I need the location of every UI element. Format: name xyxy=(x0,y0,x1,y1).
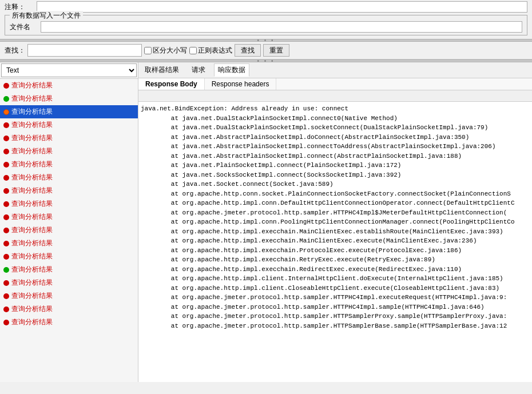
list-item[interactable]: 查询分析结果 xyxy=(0,171,138,184)
list-item[interactable]: 查询分析结果 xyxy=(0,132,138,145)
filename-input[interactable] xyxy=(41,21,522,33)
file-section-title: 所有数据写入一个文件 xyxy=(10,11,83,21)
case-checkbox-label[interactable]: 区分大小写 xyxy=(144,46,187,55)
list-item[interactable]: 查询分析结果 xyxy=(0,303,138,316)
list-item-label: 查询分析结果 xyxy=(11,146,53,156)
error-text: java.net.BindException: Address already … xyxy=(141,104,530,331)
right-panel: 取样器结果请求响应数据 Response BodyResponse header… xyxy=(138,62,532,382)
find-button[interactable]: 查找 xyxy=(235,44,261,57)
list-item[interactable]: 查询分析结果 xyxy=(0,289,138,303)
status-dot-icon xyxy=(3,254,9,260)
top-section: 注释： 所有数据写入一个文件 文件名 xyxy=(0,0,532,39)
list-item-label: 查询分析结果 xyxy=(11,212,53,222)
list-item-label: 查询分析结果 xyxy=(11,160,53,169)
list-item[interactable]: 查询分析结果 xyxy=(0,237,138,250)
list-item-label: 查询分析结果 xyxy=(11,317,53,327)
list-item-label: 查询分析结果 xyxy=(11,186,53,196)
left-panel: Text XML HTML JSON 查询分析结果查询分析结果查询分析结果查询分… xyxy=(0,62,138,382)
tab-item-0[interactable]: 取样器结果 xyxy=(141,63,183,77)
list-item[interactable]: 查询分析结果 xyxy=(0,197,138,210)
status-dot-icon xyxy=(3,293,9,299)
regex-label: 正则表达式 xyxy=(198,46,232,55)
status-dot-icon xyxy=(3,122,9,128)
list-item-label: 查询分析结果 xyxy=(11,107,53,117)
status-dot-icon xyxy=(3,83,9,89)
list-item-label: 查询分析结果 xyxy=(11,291,53,301)
list-item-label: 查询分析结果 xyxy=(11,238,53,248)
status-dot-icon xyxy=(3,162,9,168)
divider-dots1: • • • xyxy=(257,37,275,43)
status-dot-icon xyxy=(3,241,9,246)
list-item[interactable]: 查询分析结果 xyxy=(0,224,138,237)
list-item-label: 查询分析结果 xyxy=(11,304,53,314)
search-input[interactable] xyxy=(27,44,142,57)
status-dot-icon xyxy=(3,201,9,207)
note-row: 注释： xyxy=(5,1,527,13)
response-tabs: Response BodyResponse headers xyxy=(138,78,532,90)
tab-item-2[interactable]: 响应数据 xyxy=(214,63,249,77)
list-item[interactable]: 查询分析结果 xyxy=(0,105,138,118)
response-tab-1[interactable]: Response headers xyxy=(205,78,277,90)
left-dropdown[interactable]: Text XML HTML JSON xyxy=(0,62,138,79)
status-dot-icon xyxy=(3,320,9,325)
list-item-label: 查询分析结果 xyxy=(11,94,53,104)
note-input[interactable] xyxy=(37,1,527,13)
status-dot-icon xyxy=(3,136,9,141)
status-dot-icon xyxy=(3,267,9,273)
note-label: 注释： xyxy=(5,2,33,12)
case-checkbox[interactable] xyxy=(144,47,152,54)
response-tab-0[interactable]: Response Body xyxy=(138,78,205,90)
response-content[interactable]: java.net.BindException: Address already … xyxy=(138,102,532,382)
view-type-select[interactable]: Text XML HTML JSON xyxy=(1,63,137,77)
file-section: 所有数据写入一个文件 文件名 xyxy=(5,15,527,35)
list-item-label: 查询分析结果 xyxy=(11,278,53,288)
response-toolbar xyxy=(138,90,532,102)
status-dot-icon xyxy=(3,280,9,286)
status-dot-icon xyxy=(3,307,9,312)
list-item[interactable]: 查询分析结果 xyxy=(0,184,138,197)
list-item[interactable]: 查询分析结果 xyxy=(0,210,138,224)
status-dot-icon xyxy=(3,214,9,220)
left-list: 查询分析结果查询分析结果查询分析结果查询分析结果查询分析结果查询分析结果查询分析… xyxy=(0,79,138,382)
case-label: 区分大小写 xyxy=(153,46,187,55)
list-item[interactable]: 查询分析结果 xyxy=(0,276,138,289)
list-item[interactable]: 查询分析结果 xyxy=(0,118,138,132)
search-label: 查找： xyxy=(5,46,25,55)
reset-button[interactable]: 重置 xyxy=(263,44,289,57)
list-item-label: 查询分析结果 xyxy=(11,173,53,182)
list-item[interactable]: 查询分析结果 xyxy=(0,145,138,158)
list-item[interactable]: 查询分析结果 xyxy=(0,79,138,92)
regex-checkbox-label[interactable]: 正则表达式 xyxy=(189,46,232,55)
status-dot-icon xyxy=(3,96,9,102)
list-item[interactable]: 查询分析结果 xyxy=(0,250,138,263)
list-item-label: 查询分析结果 xyxy=(11,225,53,235)
status-dot-icon xyxy=(3,109,9,115)
status-dot-icon xyxy=(3,175,9,181)
right-tabs-row: 取样器结果请求响应数据 xyxy=(138,62,532,78)
regex-checkbox[interactable] xyxy=(189,47,197,54)
status-dot-icon xyxy=(3,188,9,194)
status-dot-icon xyxy=(3,228,9,233)
list-item-label: 查询分析结果 xyxy=(11,199,53,209)
list-item-label: 查询分析结果 xyxy=(11,120,53,130)
list-item-label: 查询分析结果 xyxy=(11,81,53,90)
list-item-label: 查询分析结果 xyxy=(11,133,53,143)
list-item[interactable]: 查询分析结果 xyxy=(0,316,138,329)
list-item[interactable]: 查询分析结果 xyxy=(0,92,138,105)
list-item-label: 查询分析结果 xyxy=(11,252,53,261)
list-item[interactable]: 查询分析结果 xyxy=(0,263,138,276)
search-bar: 查找： 区分大小写 正则表达式 查找 重置 xyxy=(0,42,532,59)
filename-row: 文件名 xyxy=(10,21,522,33)
filename-label: 文件名 xyxy=(10,22,38,32)
list-item-label: 查询分析结果 xyxy=(11,265,53,274)
main-area: Text XML HTML JSON 查询分析结果查询分析结果查询分析结果查询分… xyxy=(0,62,532,382)
status-dot-icon xyxy=(3,149,9,154)
tab-item-1[interactable]: 请求 xyxy=(188,63,209,77)
list-item[interactable]: 查询分析结果 xyxy=(0,158,138,171)
